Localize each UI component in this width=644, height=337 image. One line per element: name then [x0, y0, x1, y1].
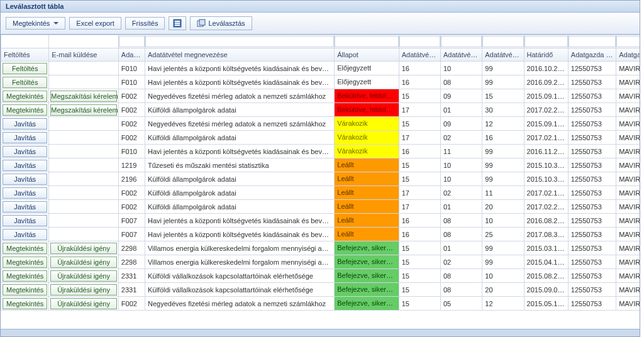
row-action-megtekintes[interactable]: Megtekintés [3, 243, 47, 254]
cell-id: F002 [119, 188, 145, 198]
row-action-javitas[interactable]: Javítás [3, 160, 47, 171]
row-action-javitas[interactable]: Javítás [3, 132, 47, 143]
status-badge: Beküldve, feldolg… [335, 103, 398, 116]
row-action-megtekintes[interactable]: Megtekintés [3, 298, 47, 309]
cell-id: F002 [119, 91, 145, 101]
cell-ownername: MAVIR Magyar Villamosener [616, 271, 640, 281]
row-action-ujra[interactable]: Újraküldési igény [50, 243, 116, 254]
col-day[interactable]: Adatátvétel napja [482, 48, 524, 62]
view-button[interactable]: Megtekintés [6, 17, 65, 30]
col-state[interactable]: Állapot [335, 48, 399, 62]
col-upload[interactable]: Feltöltés [1, 48, 49, 62]
table-row[interactable]: JavításF002Külföldi állampolgárok adatai… [1, 200, 640, 214]
table-row[interactable]: MegtekintésÚjraküldési igény2298Villamos… [1, 255, 640, 269]
table-row[interactable]: FeltöltésF010Havi jelentés a központi kö… [1, 75, 640, 89]
row-action-megszak[interactable]: Megszakítási kérelem [50, 104, 116, 116]
row-action-ujra[interactable]: Újraküldési igény [50, 298, 116, 309]
cell-name: Havi jelentés a központi költségvetés ki… [145, 229, 334, 240]
table-row[interactable]: Javítás1219Tűzeseti és műszaki mentési s… [1, 158, 640, 172]
cell-name: Havi jelentés a központi költségvetés ki… [145, 216, 334, 226]
filter-day[interactable] [482, 36, 523, 47]
cell-ownerno: 12550753 [569, 216, 616, 226]
col-ownerno[interactable]: Adatgazda törzsszáma [568, 48, 616, 62]
table-row[interactable]: MegtekintésMegszakítási kérelemF002Negye… [1, 89, 640, 103]
col-name[interactable]: Adatátvétel megnevezése [145, 48, 334, 62]
filter-ownername[interactable] [616, 36, 640, 47]
detach-button[interactable]: Leválasztás [190, 16, 252, 30]
cell-year: 16 [399, 216, 440, 226]
col-email[interactable]: E-mail küldése [49, 48, 118, 62]
refresh-button[interactable]: Frissítés [125, 17, 165, 30]
cell-day: 20 [482, 202, 523, 212]
cell-name: Negyedéves fizetési mérleg adatok a nemz… [145, 91, 334, 101]
row-action-javitas[interactable]: Javítás [3, 118, 47, 130]
row-action-megtekintes[interactable]: Megtekintés [3, 257, 47, 268]
table-row[interactable]: MegtekintésÚjraküldési igény2298Villamos… [1, 241, 640, 255]
row-action-ujra[interactable]: Újraküldési igény [50, 257, 116, 268]
cell-id: F002 [119, 133, 145, 143]
table-row[interactable]: JavításF010Havi jelentés a központi költ… [1, 145, 640, 158]
svg-rect-1 [175, 21, 180, 22]
cell-ownerno: 12550753 [569, 91, 616, 101]
cell-year: 15 [399, 160, 440, 170]
cell-id: F002 [119, 299, 145, 309]
table-row[interactable]: JavításF002Külföldi állampolgárok adatai… [1, 186, 640, 200]
row-action-javitas[interactable]: Javítás [3, 174, 47, 185]
status-badge: Előjegyzett [335, 62, 398, 75]
table-row[interactable]: JavításF002Külföldi állampolgárok adatai… [1, 131, 640, 145]
table-row[interactable]: FeltöltésF010Havi jelentés a központi kö… [1, 62, 640, 75]
row-action-megtekintes[interactable]: Megtekintés [3, 104, 47, 116]
cell-month: 08 [441, 77, 482, 87]
table-row[interactable]: MegtekintésMegszakítási kérelemF002Külfö… [1, 103, 640, 117]
grid-scroll-area[interactable]: Feltöltés E-mail küldése Adatátvétel azo… [1, 35, 640, 329]
filter-id[interactable] [119, 36, 145, 47]
row-action-megtekintes[interactable]: Megtekintés [3, 270, 47, 282]
row-action-javitas[interactable]: Javítás [3, 201, 47, 213]
cell-year: 16 [399, 229, 440, 240]
cell-month: 10 [441, 174, 482, 184]
col-id[interactable]: Adatátvétel azonosító [118, 48, 145, 62]
table-row[interactable]: MegtekintésÚjraküldési igény2331Külföldi… [1, 269, 640, 283]
row-action-megszak[interactable]: Megszakítási kérelem [50, 91, 116, 102]
row-action-javitas[interactable]: Javítás [3, 187, 47, 199]
filter-deadline[interactable] [525, 36, 568, 47]
col-year[interactable]: Adatátvétel éve [399, 48, 440, 62]
filter-state[interactable] [335, 36, 398, 47]
table-row[interactable]: JavításF007Havi jelentés a központi költ… [1, 214, 640, 228]
table-row[interactable]: MegtekintésÚjraküldési igény2331Külföldi… [1, 283, 640, 297]
cell-day: 25 [482, 229, 523, 240]
cell-ownerno: 12550753 [569, 119, 616, 129]
svg-rect-5 [199, 19, 205, 25]
row-action-megtekintes[interactable]: Megtekintés [3, 284, 47, 296]
row-action-javitas[interactable]: Javítás [3, 229, 47, 240]
excel-export-button[interactable]: Excel export [69, 17, 121, 30]
filter-ownerno[interactable] [569, 36, 616, 47]
cell-name: Negyedéves fizetési mérleg adatok a nemz… [145, 119, 334, 129]
row-action-feltoltes[interactable]: Feltöltés [3, 63, 47, 74]
col-deadline[interactable]: Határidő [524, 48, 568, 62]
row-action-ujra[interactable]: Újraküldési igény [50, 284, 116, 296]
table-row[interactable]: Javítás2196Külföldi állampolgárok adatai… [1, 172, 640, 186]
col-month[interactable]: Adatátvétel hónapja [440, 48, 482, 62]
cell-ownername: MAVIR Magyar Villamosener [616, 299, 640, 309]
filter-year[interactable] [399, 36, 440, 47]
table-row[interactable]: MegtekintésÚjraküldési igényF002Negyedév… [1, 297, 640, 311]
row-action-javitas[interactable]: Javítás [3, 146, 47, 157]
status-badge: Leállt [335, 172, 398, 185]
cell-month: 01 [441, 105, 482, 115]
cell-ownername: MAVIR Magyar Villamosener [616, 160, 640, 170]
filter-month[interactable] [441, 36, 482, 47]
row-action-feltoltes[interactable]: Feltöltés [3, 77, 47, 88]
table-row[interactable]: JavításF002Negyedéves fizetési mérleg ad… [1, 117, 640, 131]
filter-name[interactable] [145, 36, 334, 47]
row-action-megtekintes[interactable]: Megtekintés [3, 91, 47, 102]
cell-month: 09 [441, 119, 482, 129]
row-action-javitas[interactable]: Javítás [3, 215, 47, 226]
table-row[interactable]: JavításF007Havi jelentés a központi költ… [1, 228, 640, 241]
col-ownername[interactable]: Adatgazda neve [616, 48, 640, 62]
cell-ownername: MAVIR Magyar Villamosener [616, 146, 640, 157]
row-action-ujra[interactable]: Újraküldési igény [50, 270, 116, 282]
grid-settings-button[interactable] [169, 16, 186, 30]
cell-id: F010 [119, 146, 145, 157]
cell-ownername: MAVIR Magyar Villamosener [616, 119, 640, 129]
